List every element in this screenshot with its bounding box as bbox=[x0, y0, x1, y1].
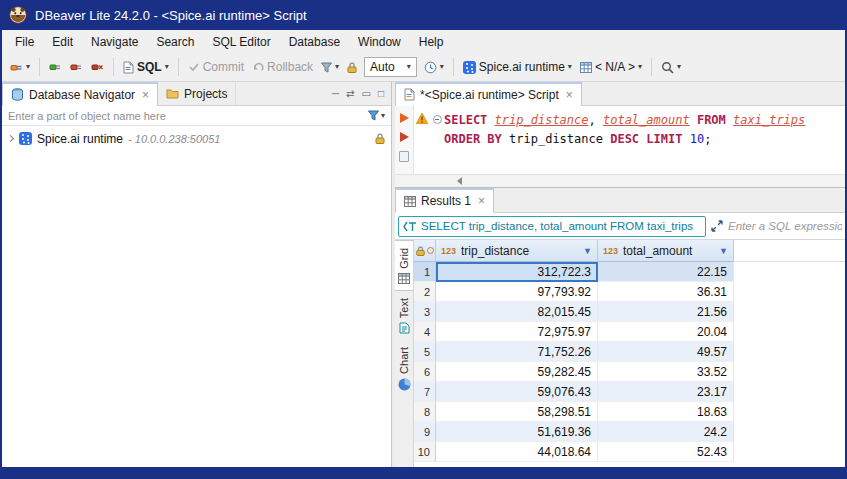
grid-cell[interactable]: 36.31 bbox=[598, 282, 734, 302]
row-number[interactable]: 2 bbox=[414, 282, 436, 302]
row-number[interactable]: 3 bbox=[414, 302, 436, 322]
minimize-view-icon[interactable]: ▭ bbox=[362, 88, 371, 99]
grid-cell[interactable]: 22.15 bbox=[598, 262, 734, 282]
close-icon[interactable]: × bbox=[478, 194, 485, 208]
row-number[interactable]: 5 bbox=[414, 342, 436, 362]
transaction-lock-button[interactable] bbox=[344, 59, 360, 76]
table-row[interactable]: 858,298.5118.63 bbox=[414, 402, 845, 422]
transaction-filter-button[interactable]: ▾ bbox=[318, 59, 342, 76]
grid-cell[interactable]: 59,076.43 bbox=[436, 382, 598, 402]
tab-database-navigator[interactable]: Database Navigator × bbox=[2, 82, 158, 106]
menu-window[interactable]: Window bbox=[349, 32, 410, 52]
result-query-text: SELECT trip_distance, total_amount FROM … bbox=[398, 216, 706, 237]
table-row[interactable]: 382,015.4521.56 bbox=[414, 302, 845, 322]
menu-file[interactable]: File bbox=[6, 32, 43, 52]
grid-cell[interactable]: 20.04 bbox=[598, 322, 734, 342]
table-row[interactable]: 1044,018.6452.43 bbox=[414, 442, 845, 462]
table-row[interactable]: 759,076.4323.17 bbox=[414, 382, 845, 402]
row-number[interactable]: 1 bbox=[414, 262, 436, 282]
tab-results-1[interactable]: Results 1 × bbox=[395, 188, 494, 213]
object-search-input[interactable] bbox=[4, 110, 368, 122]
invalidate-connection-button[interactable] bbox=[88, 58, 107, 76]
connect-button[interactable] bbox=[46, 58, 65, 76]
link-with-editor-icon[interactable]: ⇄ bbox=[346, 88, 354, 99]
tab-text[interactable]: Text bbox=[395, 291, 413, 340]
column-header-total-amount[interactable]: 123 total_amount ▼ bbox=[598, 240, 734, 262]
code-line[interactable]: ORDER BY trip_distance DESC LIMIT 10; bbox=[444, 130, 845, 149]
sort-desc-icon[interactable]: ▼ bbox=[719, 246, 728, 256]
row-number[interactable]: 6 bbox=[414, 362, 436, 382]
grid-cell[interactable]: 59,282.45 bbox=[436, 362, 598, 382]
grid-cell[interactable]: 312,722.3 bbox=[436, 262, 598, 282]
sql-code[interactable]: SELECT trip_distance, total_amount FROM … bbox=[444, 106, 845, 174]
disconnect-button[interactable] bbox=[67, 58, 86, 76]
grid-cell[interactable]: 18.63 bbox=[598, 402, 734, 422]
table-row[interactable]: 571,752.2649.57 bbox=[414, 342, 845, 362]
fold-collapse-icon[interactable] bbox=[433, 115, 442, 124]
active-connection-selector[interactable]: Spice.ai runtime ▾ bbox=[460, 57, 575, 77]
grid-cell[interactable]: 71,752.26 bbox=[436, 342, 598, 362]
table-row[interactable]: 1312,722.322.15 bbox=[414, 262, 845, 282]
grid-cell[interactable]: 52.43 bbox=[598, 442, 734, 462]
grid-cell[interactable]: 44,018.64 bbox=[436, 442, 598, 462]
table-row[interactable]: 659,282.4533.52 bbox=[414, 362, 845, 382]
execute-script-icon[interactable] bbox=[400, 132, 409, 142]
column-header-trip-distance[interactable]: 123 trip_distance ▼ bbox=[436, 240, 598, 262]
grid-cell[interactable]: 33.52 bbox=[598, 362, 734, 382]
sql-editor[interactable]: SELECT trip_distance, total_amount FROM … bbox=[395, 106, 845, 174]
chevron-down-icon[interactable]: ▾ bbox=[381, 112, 385, 120]
tab-grid[interactable]: Grid bbox=[395, 240, 413, 291]
menu-sql-editor[interactable]: SQL Editor bbox=[203, 32, 279, 52]
search-button[interactable]: ▾ bbox=[658, 58, 684, 77]
grid-cell[interactable]: 82,015.45 bbox=[436, 302, 598, 322]
filter-expression-input[interactable] bbox=[728, 220, 842, 232]
commit-mode-select[interactable]: Auto ▾ bbox=[364, 57, 417, 77]
tab-projects[interactable]: Projects bbox=[158, 82, 236, 105]
scroll-left-icon[interactable] bbox=[457, 177, 462, 185]
tab-chart[interactable]: Chart bbox=[395, 340, 413, 397]
code-line[interactable]: SELECT trip_distance, total_amount FROM … bbox=[444, 111, 845, 130]
new-connection-button[interactable]: ▾ bbox=[7, 58, 33, 77]
results-panel: Results 1 × SELECT trip_distance, total_… bbox=[395, 187, 845, 467]
editor-hscrollbar[interactable] bbox=[395, 174, 845, 187]
execute-statement-icon[interactable] bbox=[400, 113, 409, 123]
row-number[interactable]: 4 bbox=[414, 322, 436, 342]
grid-cell[interactable]: 58,298.51 bbox=[436, 402, 598, 422]
grid-cell[interactable]: 49.57 bbox=[598, 342, 734, 362]
row-number[interactable]: 7 bbox=[414, 382, 436, 402]
close-icon[interactable]: × bbox=[142, 88, 149, 102]
row-number[interactable]: 8 bbox=[414, 402, 436, 422]
grid-cell[interactable]: 21.56 bbox=[598, 302, 734, 322]
collapse-all-icon[interactable]: ─ bbox=[332, 88, 339, 99]
tab-sql-script[interactable]: *<Spice.ai runtime> Script × bbox=[395, 82, 582, 106]
row-number[interactable]: 9 bbox=[414, 422, 436, 442]
active-schema-selector[interactable]: < N/A > ▾ bbox=[577, 57, 645, 77]
menu-database[interactable]: Database bbox=[280, 32, 349, 52]
chevron-right-icon[interactable] bbox=[7, 135, 14, 142]
rollback-button[interactable]: Rollback bbox=[249, 57, 316, 77]
commit-button[interactable]: Commit bbox=[185, 57, 247, 77]
table-row[interactable]: 951,619.3624.2 bbox=[414, 422, 845, 442]
sql-editor-button[interactable]: SQL ▾ bbox=[120, 57, 172, 77]
grid-cell[interactable]: 24.2 bbox=[598, 422, 734, 442]
row-number[interactable]: 10 bbox=[414, 442, 436, 462]
grid-cell[interactable]: 72,975.97 bbox=[436, 322, 598, 342]
menu-navigate[interactable]: Navigate bbox=[82, 32, 147, 52]
close-icon[interactable]: × bbox=[566, 88, 573, 102]
grid-cell[interactable]: 51,619.36 bbox=[436, 422, 598, 442]
menu-help[interactable]: Help bbox=[410, 32, 453, 52]
explain-plan-icon[interactable] bbox=[399, 151, 409, 162]
table-row[interactable]: 472,975.9720.04 bbox=[414, 322, 845, 342]
grid-cell[interactable]: 97,793.92 bbox=[436, 282, 598, 302]
table-row[interactable]: 297,793.9236.31 bbox=[414, 282, 845, 302]
maximize-view-icon[interactable]: □ bbox=[378, 88, 384, 99]
maximize-results-icon[interactable] bbox=[711, 220, 723, 232]
menu-search[interactable]: Search bbox=[147, 32, 203, 52]
menu-edit[interactable]: Edit bbox=[43, 32, 82, 52]
sort-desc-icon[interactable]: ▼ bbox=[583, 246, 592, 256]
filter-funnel-icon[interactable] bbox=[368, 110, 379, 121]
grid-corner-button[interactable] bbox=[414, 240, 436, 262]
grid-cell[interactable]: 23.17 bbox=[598, 382, 734, 402]
transaction-history-button[interactable]: ▾ bbox=[421, 58, 447, 77]
tree-item-spice-runtime[interactable]: Spice.ai runtime - 10.0.0.238:50051 bbox=[2, 129, 391, 148]
